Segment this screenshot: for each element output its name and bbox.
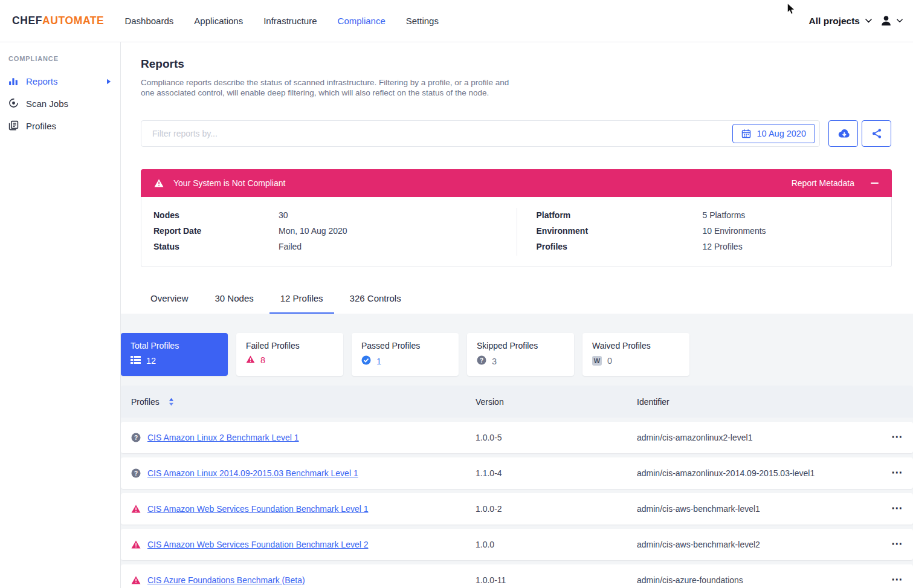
profile-cell: CIS Azure Foundations Benchmark (Beta) <box>121 575 476 585</box>
stat-card-icon: W <box>592 355 602 366</box>
stat-card[interactable]: Passed Profiles 1 <box>352 333 459 376</box>
profile-link[interactable]: CIS Azure Foundations Benchmark (Beta) <box>147 575 305 585</box>
stat-card-icon <box>131 355 141 366</box>
sort-arrows-icon <box>169 398 174 406</box>
metadata-label: Environment <box>537 225 703 237</box>
column-header-profiles-label: Profiles <box>131 397 160 407</box>
profile-actions-cell <box>882 575 913 585</box>
question-circle-icon: ? <box>477 355 486 365</box>
warning-triangle-icon <box>246 355 255 363</box>
stat-card-value: 12 <box>146 356 156 366</box>
profile-row: CIS Azure Foundations Benchmark (Beta) 1… <box>121 564 913 588</box>
column-header-identifier: Identifier <box>637 397 882 407</box>
projects-filter-dropdown[interactable]: All projects <box>809 16 872 27</box>
profile-identifier: admin/cis-aws-benchmark-level1 <box>637 504 882 514</box>
stat-card[interactable]: Waived Profiles W 0 <box>582 333 689 376</box>
metadata-row: Nodes 30 <box>153 207 517 223</box>
profile-row: ? CIS Amazon Linux 2014.09-2015.03 Bench… <box>121 457 913 489</box>
profiles-table-header: Profiles Version Identifier <box>121 386 913 418</box>
sort-icon[interactable] <box>169 398 174 406</box>
nav-item[interactable]: Dashboards <box>124 16 173 26</box>
date-picker-button[interactable]: 10 Aug 2020 <box>732 124 815 143</box>
stat-card[interactable]: Skipped Profiles ? 3 <box>467 333 574 376</box>
stat-card-icon: ? <box>477 355 486 367</box>
projects-filter-label: All projects <box>809 16 860 27</box>
profile-version: 1.0.0-2 <box>476 504 637 514</box>
nav-item[interactable]: Applications <box>194 16 243 26</box>
report-metadata-panel: Nodes 30 Report Date Mon, 10 Aug 2020 St… <box>141 197 892 267</box>
radar-icon <box>8 98 19 108</box>
profile-link[interactable]: CIS Amazon Web Services Foundation Bench… <box>147 540 368 549</box>
row-menu-button[interactable] <box>891 537 903 550</box>
stat-card-label: Total Profiles <box>131 341 218 351</box>
collapse-minus-icon[interactable] <box>871 183 879 184</box>
calendar-icon <box>741 129 751 138</box>
row-menu-button[interactable] <box>891 573 903 586</box>
nav-item-label: Compliance <box>338 16 386 26</box>
compliance-alert-banner: Your System is Not Compliant Report Meta… <box>141 169 892 197</box>
profile-row: CIS Amazon Web Services Foundation Bench… <box>121 493 913 525</box>
row-menu-button[interactable] <box>891 466 903 479</box>
profile-version: 1.0.0-5 <box>476 433 637 442</box>
sidebar-item[interactable]: Profiles <box>0 115 120 137</box>
page-description: Compliance reports describe the status o… <box>141 78 514 98</box>
banner-message-group: Your System is Not Compliant <box>154 178 285 188</box>
stat-card-value-row: 8 <box>246 355 334 365</box>
primary-nav: Dashboards Applications Infrastructure C… <box>124 16 439 26</box>
profile-identifier: admin/cis-azure-foundations <box>637 575 882 585</box>
report-metadata-toggle[interactable]: Report Metadata <box>792 178 879 188</box>
metadata-row: Platform 5 Platforms <box>537 207 892 223</box>
nav-item-label: Applications <box>194 16 243 26</box>
nav-item[interactable]: Compliance <box>338 16 386 26</box>
check-circle-icon <box>361 355 371 365</box>
sidebar-section-label: COMPLIANCE <box>0 55 120 62</box>
share-report-button[interactable] <box>862 120 891 147</box>
profile-link[interactable]: CIS Amazon Linux 2014.09-2015.03 Benchma… <box>147 468 358 478</box>
sidebar-item[interactable]: Reports <box>0 70 120 92</box>
nav-item[interactable]: Infrastructure <box>263 16 317 26</box>
chef-automate-logo[interactable]: CHEFAUTOMATE <box>12 15 104 27</box>
metadata-label: Profiles <box>537 241 703 253</box>
profile-status-icon: ? <box>131 433 141 442</box>
stat-card-value: 8 <box>260 355 265 365</box>
nav-item[interactable]: Settings <box>406 16 439 26</box>
stat-card-icon <box>246 355 255 365</box>
tab[interactable]: 30 Nodes <box>202 293 267 314</box>
svg-text:?: ? <box>480 357 483 364</box>
stat-card-value-row: 12 <box>131 355 218 366</box>
profile-version: 1.0.0 <box>476 540 637 549</box>
metadata-label: Status <box>153 241 279 253</box>
stat-card[interactable]: Failed Profiles 8 <box>236 333 343 376</box>
row-menu-button[interactable] <box>891 502 903 514</box>
metadata-row: Profiles 12 Profiles <box>537 239 892 254</box>
report-tabs: Overview 30 Nodes 12 Profiles 326 Contro… <box>137 293 892 314</box>
stat-card-value: 3 <box>492 357 497 366</box>
row-menu-button[interactable] <box>891 430 903 443</box>
cloud-download-icon <box>836 128 851 140</box>
expand-arrow-icon[interactable] <box>106 79 111 85</box>
sidebar-item-label: Scan Jobs <box>26 99 68 109</box>
warning-triangle-icon <box>131 540 141 549</box>
metadata-row: Environment 10 Environments <box>537 223 892 239</box>
list-icon <box>131 355 141 364</box>
stat-card[interactable]: Total Profiles 12 <box>121 333 228 376</box>
profile-actions-cell <box>882 433 913 442</box>
profile-identifier: admin/cis-aws-benchmark-level2 <box>637 540 882 549</box>
tab[interactable]: Overview <box>137 293 202 314</box>
profile-row: CIS Amazon Web Services Foundation Bench… <box>121 529 913 560</box>
profile-link[interactable]: CIS Amazon Web Services Foundation Bench… <box>147 504 368 514</box>
metadata-label: Platform <box>537 210 703 221</box>
tab[interactable]: 326 Controls <box>337 293 415 314</box>
sidebar-item[interactable]: Scan Jobs <box>0 92 120 115</box>
profile-status-icon: ? <box>131 468 141 478</box>
profile-row: ? CIS Amazon Linux 2 Benchmark Level 1 1… <box>121 422 913 453</box>
metadata-label: Report Date <box>153 225 279 237</box>
stat-card-value: 0 <box>607 356 612 366</box>
metadata-divider <box>517 208 517 256</box>
page-title: Reports <box>141 57 892 71</box>
download-report-button[interactable] <box>828 120 858 147</box>
user-menu[interactable] <box>880 15 903 27</box>
tab[interactable]: 12 Profiles <box>267 293 337 314</box>
filter-reports-input[interactable] <box>141 121 732 146</box>
profile-link[interactable]: CIS Amazon Linux 2 Benchmark Level 1 <box>147 433 299 442</box>
